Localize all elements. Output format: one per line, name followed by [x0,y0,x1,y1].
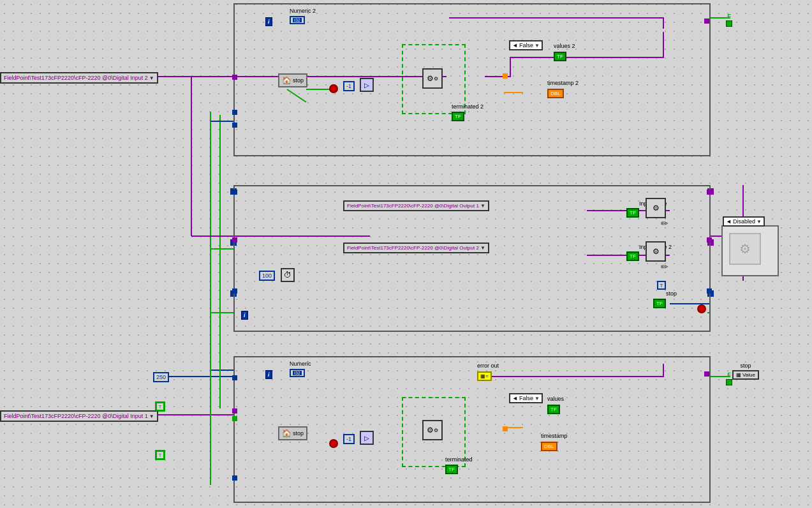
pencil-icon-p2b[interactable]: ✏ [661,262,668,272]
numeric-250[interactable]: 250 [153,372,169,382]
f-terminal-top: F [726,13,732,27]
left-terminal-p3-green [232,416,237,421]
fieldpoint-output1[interactable]: FieldPoint\Test173cFP2220\cFP-2220 @0\Di… [343,200,489,211]
false-selector-p3[interactable]: ◄ False ▼ [509,393,543,403]
left-terminal-p3-blue-top [232,375,237,380]
stop-value-display: stop ▦ Value [732,362,759,380]
fieldopt-icon-p2b[interactable]: ⚙ [646,241,666,262]
dropdown-arrow-icon2[interactable]: ▼ [149,414,154,419]
purple-terminal-tr-p3 [704,371,709,377]
red-stop-circle-p3 [329,439,338,448]
i-box-panel2: i [241,311,248,320]
values2-tf: TF [554,52,566,61]
orange-terminal-p3 [503,426,508,431]
red-stop-circle-p2 [697,304,706,313]
fieldpoint-input2-label[interactable]: FieldPoint\Test173cFP2220\cFP-2220 @0\Di… [0,72,158,84]
fieldpoint-output2[interactable]: FieldPoint\Test173cFP2220\cFP-2220 @0\Di… [343,243,489,253]
fieldopt-icon-panel1[interactable]: ⚙ ⚙ [422,68,443,89]
numeric-control-p3[interactable]: I32 [290,369,305,377]
left-terminal-p2-blue-top [232,190,237,195]
red-stop-circle-panel1 [329,84,338,93]
panel3-while-loop: Numeric I32 i 🏠 stop -1 ▷ ⚙ ⚙ [233,356,711,503]
terminated2-tf: TF [452,112,464,121]
t-indicator-p2: T [657,281,666,290]
panel1-while-loop: Numeric 2 I32 i 🏠 stop -1 ▷ ⚙ [233,3,711,156]
purple-terminal-tr [704,19,709,24]
left-terminal-blue-p1b [232,123,237,128]
pencil-icon-p2a[interactable]: ✏ [661,218,668,228]
fp2-dropdown-icon[interactable]: ▼ [480,245,485,251]
error-out-indicator: ▦= [477,371,492,381]
terminated-tf-p3: TF [445,465,458,474]
stop-button-panel3[interactable]: 🏠 stop [278,426,307,440]
disabled-dropdown-icon[interactable]: ▼ [757,219,762,225]
panel2-while-loop: FieldPoint\Test173cFP2220\cFP-2220 @0\Di… [233,185,711,332]
left-terminal-p3-blue-bot [232,475,237,481]
false-dropdown-icon[interactable]: ▼ [535,43,540,49]
values-tf-p3: TF [547,405,560,414]
dropdown-arrow-icon[interactable]: ▼ [149,75,154,81]
fp1-dropdown-icon[interactable]: ▼ [480,203,485,209]
wait-icon: ⏱ [281,268,295,282]
timestamp2-dbl: DBL [547,89,564,98]
t-indicator-bottom: T [156,451,165,459]
compare-icon-panel1: ▷ [360,78,374,92]
minus1-p3: -1 [343,434,355,444]
left-terminal-p3-purple [232,408,237,414]
fieldopt-disabled: ⚙ [729,233,761,265]
fieldpoint-input1-label[interactable]: FieldPoint\Test173cFP2220\cFP-2220 @0\Di… [0,410,158,422]
minus1-panel1: -1 [343,81,355,91]
timestamp-dbl-p3: DBL [541,442,557,451]
left-terminal-p2-purple [232,237,237,243]
false-dropdown-icon-p3[interactable]: ▼ [535,396,540,401]
right-terminal-p2-blue-bot [707,288,712,294]
numeric2-control[interactable]: I32 [290,16,305,24]
input-state2-tf: TF [626,251,639,261]
stop-tf-p2: TF [653,299,666,308]
compare-icon-p3: ▷ [360,431,374,445]
disabled-selector[interactable]: ◄ Disabled ▼ [723,216,765,227]
disabled-panel: ◄ Disabled ▼ ⚙ [721,225,779,276]
fieldopt-icon-p3[interactable]: ⚙ ⚙ [422,420,443,440]
i-box-panel1: i [265,17,272,26]
false-selector-panel1[interactable]: ◄ False ▼ [509,40,543,50]
right-terminal-p2-purple-top [707,190,712,195]
left-terminal-p2-blue-bot [232,288,237,294]
left-terminal-purple-p1 [232,75,237,80]
input-state-tf: TF [626,208,639,218]
f-terminal-bottom: F [726,371,732,385]
right-terminal-p2-purple-mid [707,237,712,243]
fieldopt-icon-p2a[interactable]: ⚙ [646,198,666,218]
left-terminal-blue-p1a [232,110,237,115]
t-indicator-top: T [156,402,165,411]
orange-terminal-p1 [503,73,508,78]
numeric-100[interactable]: 100 [259,271,275,281]
i-box-panel3: i [265,370,272,379]
stop-button-panel1[interactable]: 🏠 stop [278,73,307,87]
